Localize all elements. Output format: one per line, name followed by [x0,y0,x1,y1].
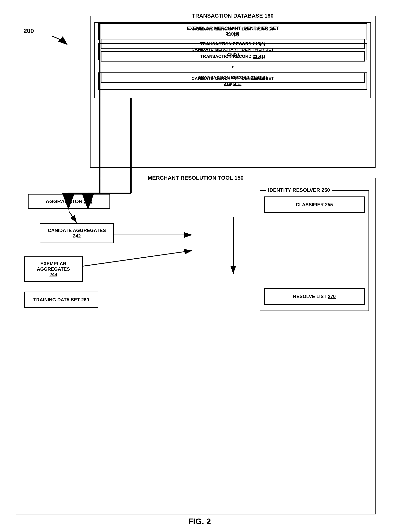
transaction-db-label: TRANSACTION DATABASE 160 [190,13,275,19]
diagram-container: 200 TRANSACTION DATABASE 160 EXEMPLAR ME… [16,8,383,516]
candidate-aggregates-box: CANIDATE AGGREGATES 242 [40,223,114,243]
resolve-list-box: RESOLVE LIST 270 [264,288,365,305]
exemplar-merchant-set-box: EXEMPLAR MERCHANT IDENTIFIER SET 210(0) … [94,22,371,98]
transaction-record-0: TRANSACTION RECORD 215(0) [101,39,365,49]
exemplar-merchant-set-label: EXEMPLAR MERCHANT IDENTIFIER SET 210(0) [98,25,367,37]
label-200: 200 [23,27,34,35]
aggregator-box: AGGRAGATOR 240 [28,194,110,209]
svg-line-1 [69,211,77,223]
svg-line-3 [83,251,192,266]
transaction-database-box: TRANSACTION DATABASE 160 EXEMPLAR MERCHA… [90,16,376,168]
merchant-resolution-tool-label: MERCHANT RESOLUTION TOOL 150 [146,175,246,181]
identity-resolver-label: IDENTITY RESOLVER 250 [266,187,332,193]
transaction-record-1: TRANSACTION RECORD 215(1) [101,51,365,62]
classifier-box: CLASSIFIER 255 [264,196,365,213]
training-data-set-box: TRAINING DATA SET 260 [24,291,98,308]
merchant-resolution-tool-box: MERCHANT RESOLUTION TOOL 150 AGGRAGATOR … [16,178,376,514]
exemplar-aggregates-box: EXEMPLAR AGGREGATES 244 [24,256,83,282]
dots-between-records: • [98,64,367,70]
identity-resolver-box: IDENTITY RESOLVER 250 CLASSIFIER 255 RES… [260,190,369,311]
fig-caption: FIG. 2 [188,517,211,526]
transaction-record-t1: TRANSACTION RECORD 215(T-1) [101,72,365,82]
